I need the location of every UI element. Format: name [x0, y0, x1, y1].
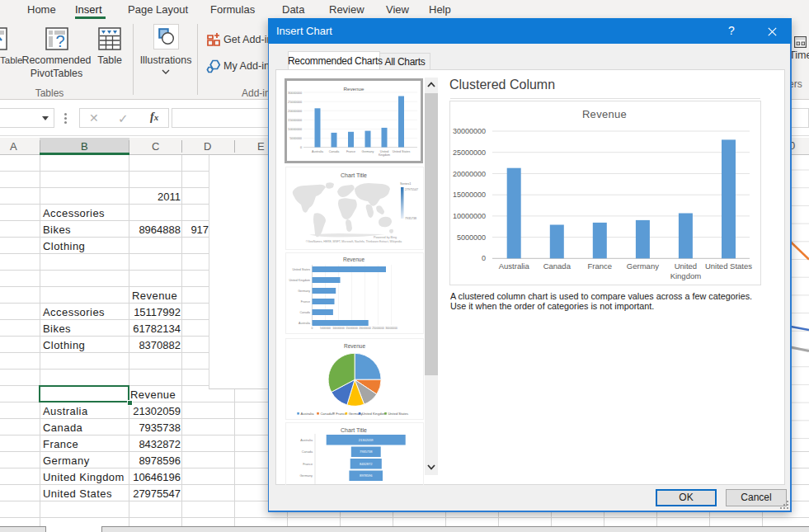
- svg-text:10000000: 10000000: [453, 212, 486, 220]
- svg-text:Germany: Germany: [298, 290, 310, 293]
- svg-text:10000000: 10000000: [288, 128, 302, 131]
- svg-text:Chart Title: Chart Title: [341, 427, 367, 433]
- svg-text:?: ?: [55, 32, 64, 50]
- svg-text:Australia: Australia: [300, 438, 313, 441]
- svg-text:15000000: 15000000: [453, 191, 486, 199]
- svg-text:5000000: 5000000: [457, 233, 486, 242]
- svg-text:20000000: 20000000: [453, 170, 486, 178]
- svg-text:5000000: 5000000: [289, 137, 302, 140]
- svg-text:Australia: Australia: [499, 261, 530, 271]
- svg-text:United States: United States: [388, 412, 408, 416]
- svg-text:21302059: 21302059: [359, 437, 374, 441]
- svg-text:Canada: Canada: [543, 261, 571, 271]
- svg-text:25000000: 25000000: [453, 148, 486, 157]
- svg-text:Australia: Australia: [299, 322, 310, 325]
- svg-text:Revenue: Revenue: [344, 86, 365, 92]
- svg-text:20000000: 20000000: [359, 327, 371, 330]
- svg-text:United Kingdom: United Kingdom: [362, 412, 387, 416]
- svg-text:20000000: 20000000: [288, 110, 302, 113]
- svg-text:United States: United States: [292, 268, 310, 271]
- svg-text:Kingdom: Kingdom: [670, 271, 702, 280]
- svg-text:7935738: 7935738: [360, 450, 373, 454]
- svg-text:Germany: Germany: [349, 412, 364, 416]
- svg-text:8432872: 8432872: [360, 461, 373, 465]
- svg-text:15000000: 15000000: [288, 119, 302, 122]
- svg-text:Germany: Germany: [362, 150, 374, 153]
- svg-text:8978596: 8978596: [360, 473, 373, 478]
- svg-text:0: 0: [312, 327, 313, 330]
- svg-text:30000000: 30000000: [288, 92, 302, 95]
- svg-text:Canada: Canada: [320, 412, 332, 416]
- svg-text:Canada: Canada: [302, 450, 313, 454]
- svg-text:Revenue: Revenue: [344, 343, 365, 349]
- svg-text:5000000: 5000000: [320, 327, 331, 330]
- svg-text:United States: United States: [705, 261, 752, 271]
- svg-text:15000000: 15000000: [346, 327, 358, 330]
- svg-text:Canada: Canada: [299, 311, 310, 314]
- svg-text:7935738: 7935738: [405, 217, 416, 220]
- svg-text:Canada: Canada: [329, 150, 340, 153]
- svg-text:Australia: Australia: [301, 412, 315, 416]
- svg-text:25000000: 25000000: [288, 101, 302, 104]
- svg-text:Chart Title: Chart Title: [341, 172, 367, 178]
- svg-text:Series1: Series1: [400, 181, 412, 186]
- svg-text:United States: United States: [393, 150, 411, 153]
- svg-text:Australia: Australia: [312, 150, 323, 153]
- svg-text:27975547: 27975547: [405, 188, 418, 191]
- svg-text:25000000: 25000000: [372, 327, 384, 330]
- svg-text:France: France: [588, 261, 613, 271]
- svg-text:30000000: 30000000: [385, 327, 397, 330]
- svg-text:Germany: Germany: [299, 474, 313, 478]
- svg-text:Powered by Bing: Powered by Bing: [374, 236, 397, 239]
- svg-text:10000000: 10000000: [332, 327, 345, 330]
- svg-text:France: France: [303, 462, 313, 465]
- svg-text:©GeoNames, HERE, MSFT, Microso: ©GeoNames, HERE, MSFT, Microsoft, NavInf…: [306, 240, 402, 243]
- svg-text:Revenue: Revenue: [582, 108, 627, 120]
- svg-text:30000000: 30000000: [453, 127, 486, 135]
- svg-text:United Kingdom: United Kingdom: [289, 279, 310, 282]
- svg-text:0: 0: [300, 146, 302, 149]
- svg-text:0: 0: [482, 254, 486, 262]
- svg-text:Kingdom: Kingdom: [379, 153, 390, 157]
- svg-text:United: United: [675, 261, 697, 271]
- svg-text:Germany: Germany: [627, 261, 659, 271]
- svg-text:France: France: [301, 300, 310, 304]
- svg-text:Revenue: Revenue: [343, 257, 365, 262]
- svg-text:France: France: [346, 150, 355, 153]
